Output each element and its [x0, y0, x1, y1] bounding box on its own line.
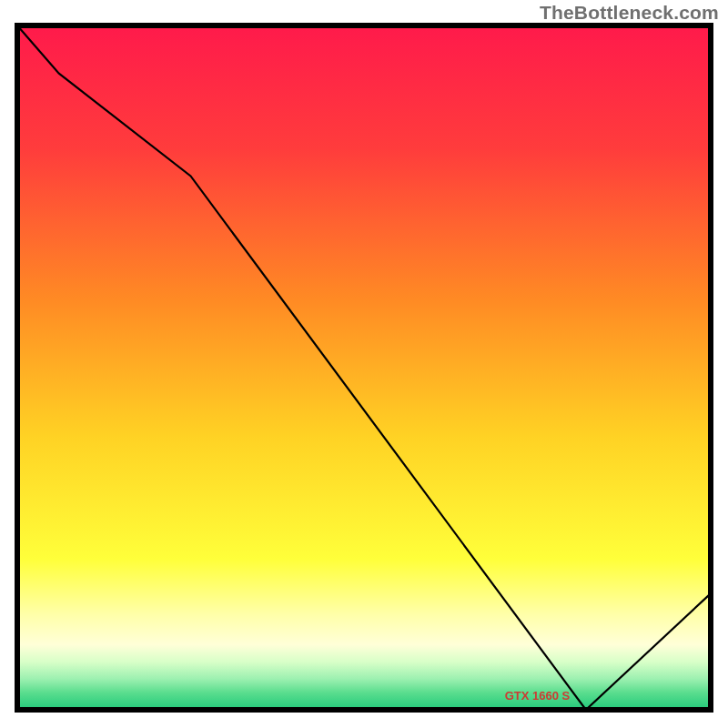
gradient-background — [17, 25, 711, 710]
chart-stage: { "watermark": "TheBottleneck.com", "ann… — [0, 0, 728, 728]
chart-svg: GTX 1660 S — [0, 0, 728, 728]
annotation-label: GTX 1660 S — [505, 689, 571, 703]
watermark-text: TheBottleneck.com — [540, 2, 719, 24]
plot-area: GTX 1660 S — [17, 25, 711, 710]
